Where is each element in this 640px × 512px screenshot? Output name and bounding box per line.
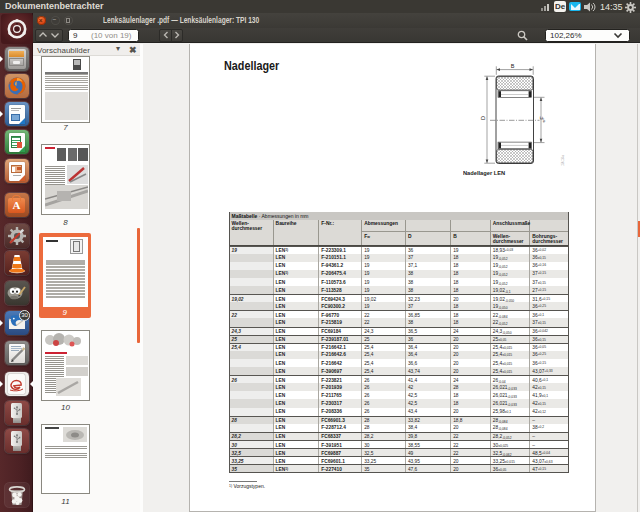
- svg-text:F: F: [539, 116, 545, 120]
- svg-text:156 134a: 156 134a: [561, 155, 565, 166]
- svg-text:D: D: [480, 116, 486, 120]
- svg-text:B: B: [511, 63, 515, 69]
- svg-text:w: w: [542, 120, 546, 123]
